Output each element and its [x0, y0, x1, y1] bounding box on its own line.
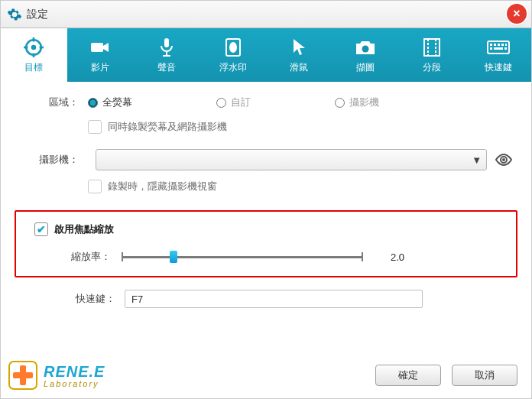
close-button[interactable]: × [507, 4, 527, 24]
camera-icon [355, 37, 376, 58]
video-icon [90, 37, 110, 58]
svg-rect-16 [490, 44, 492, 46]
tab-screenshot[interactable]: 擷圖 [332, 28, 399, 82]
target-icon [24, 37, 44, 58]
slider-track [122, 256, 363, 258]
logo-sub-text: Laboratory [44, 379, 105, 388]
svg-rect-27 [13, 372, 33, 378]
dual-record-label: 同時錄製熒幕及網路攝影機 [108, 120, 227, 134]
tab-watermark[interactable]: 浮水印 [200, 28, 266, 82]
radio-custom-input[interactable] [216, 98, 226, 108]
hotkey-label: 快速鍵： [60, 292, 115, 306]
svg-rect-18 [498, 44, 500, 46]
hide-camera-label: 錄製時，隱藏攝影機視窗 [108, 180, 217, 193]
svg-rect-21 [490, 47, 492, 50]
svg-rect-12 [424, 39, 440, 56]
cancel-button-label: 取消 [475, 368, 495, 382]
watermark-icon [224, 37, 242, 58]
tab-label: 滑鼠 [290, 61, 308, 74]
tab-mouse[interactable]: 滑鼠 [266, 28, 332, 82]
main-panel: 區域： 全熒幕 自訂 攝影機 同時錄製熒幕及網路攝影機 攝影機： ▼ 錄製時，隱… [1, 82, 531, 314]
radio-fullscreen-input[interactable] [88, 98, 98, 108]
chevron-down-icon: ▼ [472, 154, 482, 166]
hide-camera-checkbox[interactable] [88, 180, 102, 193]
svg-rect-22 [494, 47, 503, 50]
cursor-icon [291, 37, 307, 58]
hotkey-input[interactable] [125, 290, 423, 308]
enable-focus-label: 啟用焦點縮放 [54, 222, 114, 236]
brand-logo: RENE.E Laboratory [7, 359, 105, 391]
close-icon: × [513, 7, 520, 21]
tab-bar: 目標 影片 聲音 浮水印 滑鼠 擷圖 分段 快速鍵 [1, 28, 531, 82]
zoom-rate-label: 縮放率： [71, 250, 111, 264]
ok-button[interactable]: 確定 [375, 365, 441, 386]
tab-target[interactable]: 目標 [1, 28, 67, 82]
radio-fullscreen[interactable]: 全熒幕 [88, 96, 132, 109]
tab-label: 分段 [423, 61, 441, 74]
logo-brand-text: RENE.E [44, 363, 105, 381]
radio-camera-label: 攝影機 [349, 96, 379, 109]
tab-label: 擷圖 [356, 61, 375, 74]
film-icon [423, 37, 441, 58]
svg-point-1 [31, 44, 37, 50]
radio-custom[interactable]: 自訂 [216, 96, 251, 109]
footer: RENE.E Laboratory 確定 取消 [1, 352, 531, 398]
tab-label: 快速鍵 [485, 61, 512, 74]
preview-eye-icon[interactable] [495, 151, 513, 169]
tab-hotkey[interactable]: 快速鍵 [465, 28, 531, 82]
tab-label: 浮水印 [219, 61, 247, 74]
window-title: 設定 [27, 8, 48, 21]
settings-gear-icon [7, 7, 22, 22]
zoom-slider[interactable] [122, 250, 363, 264]
enable-focus-checkbox[interactable]: ✔ [34, 222, 48, 236]
svg-rect-20 [505, 44, 507, 46]
radio-camera[interactable]: 攝影機 [335, 96, 379, 109]
camera-select[interactable]: ▼ [96, 149, 487, 170]
svg-point-11 [362, 45, 369, 52]
slider-tick-max [362, 252, 363, 261]
tab-label: 影片 [91, 61, 109, 74]
camera-label: 攝影機： [19, 153, 79, 167]
tab-label: 目標 [24, 61, 43, 74]
tab-video[interactable]: 影片 [67, 28, 134, 82]
keyboard-icon [487, 37, 510, 58]
focus-zoom-section: ✔ 啟用焦點縮放 縮放率： 2.0 [15, 210, 517, 277]
logo-plus-icon [7, 359, 39, 391]
svg-rect-17 [494, 44, 496, 46]
tab-label: 聲音 [157, 61, 176, 74]
microphone-icon [158, 37, 175, 58]
svg-rect-19 [501, 44, 504, 46]
cancel-button[interactable]: 取消 [452, 365, 517, 386]
radio-custom-label: 自訂 [231, 96, 251, 109]
area-label: 區域： [19, 96, 79, 109]
radio-camera-input[interactable] [335, 98, 345, 108]
radio-fullscreen-label: 全熒幕 [102, 96, 132, 109]
svg-rect-7 [164, 38, 169, 47]
svg-rect-6 [91, 43, 103, 52]
slider-thumb[interactable] [170, 251, 177, 263]
tab-segment[interactable]: 分段 [399, 28, 466, 82]
dual-record-checkbox[interactable] [88, 120, 102, 134]
ok-button-label: 確定 [398, 368, 418, 382]
slider-tick-min [122, 252, 123, 261]
zoom-value: 2.0 [374, 251, 404, 263]
title-bar: 設定 × [1, 1, 531, 28]
tab-audio[interactable]: 聲音 [134, 28, 200, 82]
svg-rect-23 [504, 47, 507, 50]
svg-point-24 [502, 158, 505, 161]
